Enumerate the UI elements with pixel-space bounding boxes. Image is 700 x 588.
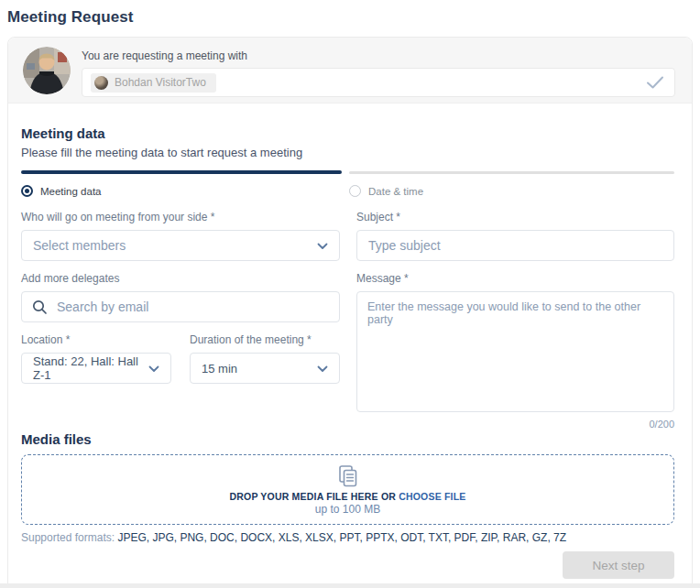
tab-date-time-label: Date & time [368, 186, 423, 197]
recipient-field: Bohdan VisitorTwo [82, 68, 675, 97]
subject-label: Subject * [356, 211, 674, 223]
media-dropzone[interactable]: DROP YOUR MEDIA FILE HERE OR CHOOSE FILE… [21, 454, 674, 525]
progress-segment-active [21, 170, 342, 174]
formats-label: Supported formats: [21, 531, 115, 544]
meeting-form: Who will go on meeting from your side * … [21, 211, 674, 430]
documents-icon [336, 464, 360, 488]
subject-input[interactable] [356, 230, 674, 261]
media-files-title: Media files [21, 431, 674, 447]
tab-meeting-data-label: Meeting data [40, 186, 102, 197]
section-subtitle: Please fill the meeting data to start re… [21, 146, 674, 159]
formats-list: JPEG, JPG, PNG, DOC, DOCX, XLS, XLSX, PP… [117, 531, 566, 544]
delegates-search-input[interactable] [22, 292, 339, 321]
message-textarea[interactable] [356, 291, 674, 412]
recipient-chip[interactable]: Bohdan VisitorTwo [91, 73, 216, 93]
delegates-label: Add more delegates [21, 272, 340, 285]
tab-meeting-data[interactable]: Meeting data [21, 185, 349, 197]
check-icon [646, 75, 664, 90]
page-title: Meeting Request [0, 0, 700, 27]
requesting-with-label: You are requesting a meeting with [82, 49, 675, 62]
duration-label: Duration of the meeting * [190, 333, 340, 346]
recipient-avatar [23, 47, 71, 94]
bottom-divider [0, 583, 700, 588]
chevron-down-icon [317, 360, 328, 376]
recipient-banner: You are requesting a meeting with Bohdan… [8, 38, 692, 103]
form-actions: Next step [21, 551, 674, 579]
delegates-search [21, 291, 340, 322]
search-icon [32, 299, 48, 315]
duration-value: 15 min [202, 362, 237, 376]
tab-date-time[interactable]: Date & time [349, 185, 423, 197]
duration-select[interactable]: 15 min [190, 353, 340, 384]
location-value: Stand: 22, Hall: Hall Z-1 [33, 354, 148, 382]
members-select[interactable]: Select members [21, 230, 340, 261]
radio-unselected-icon [349, 185, 361, 197]
chevron-down-icon [317, 237, 328, 254]
choose-file-link[interactable]: CHOOSE FILE [399, 491, 465, 502]
meeting-request-card: You are requesting a meeting with Bohdan… [7, 37, 693, 588]
section-title: Meeting data [21, 125, 674, 141]
message-label: Message * [356, 272, 674, 285]
members-placeholder: Select members [33, 238, 126, 253]
next-step-button[interactable]: Next step [563, 551, 674, 579]
supported-formats: Supported formats: JPEG, JPG, PNG, DOC, … [21, 531, 674, 544]
step-tabs: Meeting data Date & time [21, 185, 674, 197]
chip-avatar [94, 76, 108, 90]
radio-selected-icon [21, 185, 33, 197]
location-label: Location * [21, 333, 171, 346]
char-counter: 0/200 [356, 419, 674, 430]
size-limit-text: up to 100 MB [315, 503, 380, 516]
drop-instruction: DROP YOUR MEDIA FILE HERE OR CHOOSE FILE [229, 491, 465, 502]
chevron-down-icon [148, 360, 159, 376]
drop-text: DROP YOUR MEDIA FILE HERE OR [229, 491, 396, 502]
step-progress-bar [21, 170, 674, 174]
members-label: Who will go on meeting from your side * [21, 211, 340, 223]
location-select[interactable]: Stand: 22, Hall: Hall Z-1 [21, 353, 171, 384]
progress-segment-inactive [349, 171, 674, 174]
recipient-chip-label: Bohdan VisitorTwo [115, 76, 206, 89]
